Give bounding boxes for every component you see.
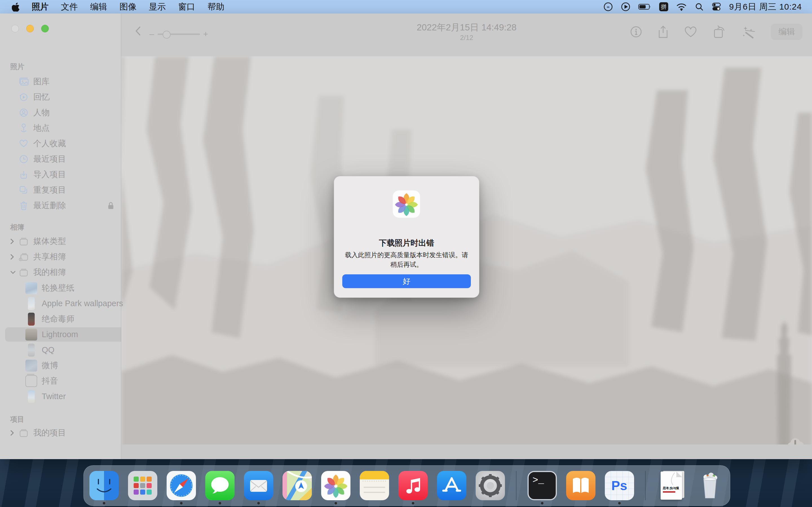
sidebar-item-duplicates[interactable]: 重复项目 — [0, 182, 121, 198]
info-icon[interactable] — [630, 25, 642, 38]
share-icon[interactable] — [658, 25, 669, 39]
sidebar-item-label: 人物 — [33, 107, 50, 118]
sidebar-item-label: 最近项目 — [33, 154, 66, 165]
sidebar-item-places[interactable]: 地点 — [0, 120, 121, 136]
spotlight-search-icon[interactable] — [695, 2, 704, 11]
dock-notes-icon[interactable] — [360, 471, 389, 500]
sidebar-item-my-projects[interactable]: 我的项目 — [0, 425, 121, 441]
wifi-icon[interactable] — [676, 3, 687, 11]
svg-text:∞: ∞ — [607, 5, 609, 9]
menu-file[interactable]: 文件 — [61, 1, 78, 13]
sidebar-item-favorites[interactable]: 个人收藏 — [0, 136, 121, 151]
sidebar-item-memories[interactable]: 回忆 — [0, 89, 121, 105]
apple-menu-icon[interactable] — [12, 2, 20, 11]
shared-album-icon — [18, 252, 29, 262]
dock-system-preferences-icon[interactable] — [476, 471, 505, 500]
album-thumbnail — [28, 313, 35, 326]
chevron-right-icon[interactable] — [10, 238, 16, 244]
play-circle-icon[interactable] — [621, 2, 630, 11]
favorite-heart-icon[interactable] — [684, 26, 698, 38]
chevron-down-icon[interactable] — [10, 270, 16, 274]
dock-terminal-icon[interactable]: >_ — [527, 471, 557, 500]
sidebar-item-my-albums[interactable]: 我的相簿 — [0, 265, 121, 280]
dock-trash-icon[interactable] — [695, 471, 725, 500]
recents-clock-icon — [18, 154, 29, 164]
photos-app-icon — [393, 190, 420, 218]
sidebar-item-media-types[interactable]: 媒体类型 — [0, 233, 121, 249]
imports-icon — [18, 170, 29, 179]
dialog-ok-button[interactable]: 好 — [342, 274, 471, 288]
dock-safari-icon[interactable] — [167, 471, 196, 500]
control-center-icon[interactable] — [712, 2, 721, 11]
dock-books-icon[interactable] — [566, 471, 596, 500]
toolbar-actions: 编辑 — [630, 24, 802, 40]
album-thumbnail — [28, 297, 35, 310]
minimize-button[interactable] — [26, 25, 34, 33]
recently-deleted-trash-icon — [18, 201, 29, 210]
edit-button[interactable]: 编辑 — [771, 24, 802, 40]
menu-items: 照片 文件 编辑 图像 显示 窗口 帮助 — [32, 1, 224, 13]
terminal-prompt: >_ — [532, 475, 544, 486]
menu-view[interactable]: 显示 — [149, 1, 166, 13]
album-folder-icon — [18, 268, 29, 277]
creative-cloud-icon[interactable]: ∞ — [603, 2, 613, 11]
photoshop-label: Ps — [611, 478, 627, 493]
sidebar-item-label: 抖音 — [42, 376, 58, 387]
dock-document-icon[interactable]: 思考,快与慢 — [657, 471, 686, 500]
sidebar-item-label: 轮换壁纸 — [42, 283, 74, 294]
dock-music-icon[interactable] — [398, 471, 428, 500]
running-indicator — [180, 502, 183, 504]
sidebar: 照片 图库 回忆 人物 地点 个人收藏 — [0, 13, 121, 459]
sidebar-item-label: 重复项目 — [33, 184, 66, 196]
running-indicator — [541, 502, 543, 504]
album-thumbnail — [26, 329, 37, 341]
sidebar-item-label: 我的相簿 — [33, 267, 66, 278]
menu-edit[interactable]: 编辑 — [90, 1, 107, 13]
sidebar-item-label: 导入项目 — [33, 169, 66, 180]
menu-bar-clock[interactable]: 9月6日 周三 10:24 — [729, 1, 802, 13]
duplicates-icon — [18, 185, 29, 195]
auto-enhance-icon[interactable] — [742, 25, 756, 39]
album-folder-icon — [18, 429, 29, 438]
input-method-badge[interactable]: 拼 — [659, 2, 668, 11]
dock-divider — [645, 471, 646, 500]
dock-divider — [516, 471, 516, 500]
sidebar-item-label: 绝命毒师 — [42, 314, 74, 325]
dock-photos-icon[interactable] — [321, 471, 350, 500]
running-indicator — [335, 502, 337, 504]
dock-launchpad-icon[interactable] — [128, 471, 157, 500]
menu-photos[interactable]: 照片 — [32, 1, 49, 13]
traffic-lights — [11, 25, 49, 33]
dock-app-store-icon[interactable] — [437, 471, 466, 500]
menu-window[interactable]: 窗口 — [178, 1, 195, 13]
menu-help[interactable]: 帮助 — [207, 1, 224, 13]
sidebar-item-gallery[interactable]: 图库 — [0, 74, 121, 89]
close-button[interactable] — [11, 25, 19, 33]
gallery-icon — [18, 77, 29, 86]
sidebar-item-label: 个人收藏 — [33, 138, 66, 149]
lock-icon — [108, 202, 114, 210]
menu-bar-status: ∞ 拼 9月6日 周三 10:24 — [603, 1, 802, 13]
dock-photoshop-icon[interactable]: Ps — [605, 471, 634, 500]
sidebar-item-label: Twitter — [42, 392, 66, 401]
rotate-icon[interactable] — [713, 25, 726, 39]
screen: 照片 文件 编辑 图像 显示 窗口 帮助 ∞ 拼 — [0, 0, 812, 507]
sidebar-item-label: Apple Park wallpapers — [42, 299, 123, 308]
dock-mail-icon[interactable] — [244, 471, 273, 500]
battery-icon[interactable] — [638, 3, 651, 10]
running-indicator — [103, 502, 105, 504]
sidebar-item-shared-albums[interactable]: 共享相簿 — [0, 249, 121, 265]
album-thumbnail — [26, 282, 37, 294]
dock-finder-icon[interactable] — [89, 471, 119, 500]
sidebar-item-imports[interactable]: 导入项目 — [0, 167, 121, 182]
menu-image[interactable]: 图像 — [119, 1, 137, 13]
zoom-button[interactable] — [41, 25, 49, 33]
sidebar-item-label: 微博 — [42, 360, 58, 371]
dock-maps-icon[interactable] — [283, 471, 312, 500]
sidebar-item-people[interactable]: 人物 — [0, 105, 121, 120]
sidebar-item-recently-deleted[interactable]: 最近删除 — [0, 198, 121, 213]
sidebar-item-recents[interactable]: 最近项目 — [0, 151, 121, 167]
chevron-right-icon[interactable] — [10, 254, 16, 260]
chevron-right-icon[interactable] — [10, 430, 16, 436]
dock-messages-icon[interactable] — [205, 471, 235, 500]
